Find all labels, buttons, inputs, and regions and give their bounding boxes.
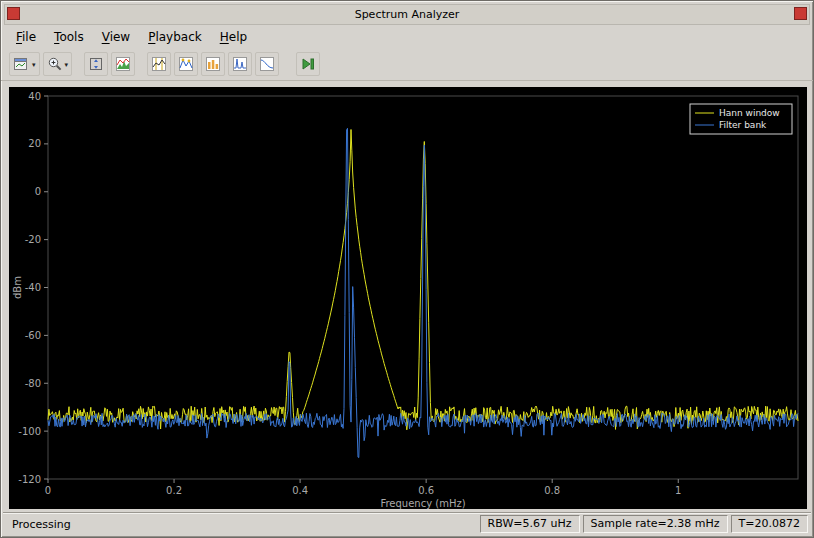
dropdown-caret-icon: ▾ xyxy=(65,61,69,68)
export-scope-icon xyxy=(13,56,30,72)
spectrum-settings-icon xyxy=(115,56,131,72)
window-menu-button[interactable] xyxy=(7,7,20,20)
menu-tools[interactable]: Tools xyxy=(45,27,93,47)
spectrum-analyzer-window: Spectrum Analyzer FileToolsViewPlaybackH… xyxy=(0,0,814,538)
status-message: Processing xyxy=(6,518,477,531)
peak-finder-icon xyxy=(178,56,194,72)
svg-text:20: 20 xyxy=(28,138,41,149)
channel-measurements-icon xyxy=(205,56,221,72)
menu-view[interactable]: View xyxy=(93,27,139,47)
svg-text:0.4: 0.4 xyxy=(292,485,308,496)
channel-measurements-button[interactable] xyxy=(201,52,225,76)
svg-text:0: 0 xyxy=(35,186,41,197)
distortion-measurements-icon xyxy=(232,56,248,72)
svg-text:40: 40 xyxy=(28,91,41,102)
svg-text:-80: -80 xyxy=(25,378,41,389)
toolbar: ▾ ▾ xyxy=(1,49,813,81)
svg-text:0.2: 0.2 xyxy=(166,485,182,496)
spectrum-plot: 00.20.40.60.8140200-20-40-60-80-100-120F… xyxy=(9,87,807,509)
svg-text:-60: -60 xyxy=(25,330,41,341)
menu-playback[interactable]: Playback xyxy=(139,27,211,47)
svg-text:Frequency (mHz): Frequency (mHz) xyxy=(380,498,465,509)
status-sample-rate: Sample rate=2.38 mHz xyxy=(583,515,728,533)
status-rbw: RBW=5.67 uHz xyxy=(480,515,580,533)
status-bar: Processing RBW=5.67 uHz Sample rate=2.38… xyxy=(3,512,811,535)
cursor-measurements-icon xyxy=(151,56,167,72)
svg-text:0.8: 0.8 xyxy=(544,485,560,496)
close-button[interactable] xyxy=(794,7,807,20)
ccdf-measurements-button[interactable] xyxy=(255,52,279,76)
svg-text:Hann window: Hann window xyxy=(719,108,780,118)
fit-to-view-icon xyxy=(88,56,104,72)
fit-to-view-button[interactable] xyxy=(84,52,108,76)
export-button[interactable]: ▾ xyxy=(9,52,40,76)
svg-text:-20: -20 xyxy=(25,234,41,245)
svg-text:-40: -40 xyxy=(25,282,41,293)
spectrum-settings-button[interactable] xyxy=(111,52,135,76)
ccdf-measurements-icon xyxy=(259,56,275,72)
menu-help[interactable]: Help xyxy=(211,27,256,47)
zoom-in-icon xyxy=(47,56,63,72)
step-forward-button[interactable] xyxy=(296,52,320,76)
svg-text:Filter bank: Filter bank xyxy=(719,120,767,130)
plot-panel[interactable]: 00.20.40.60.8140200-20-40-60-80-100-120F… xyxy=(9,87,807,509)
dropdown-caret-icon: ▾ xyxy=(32,61,36,68)
svg-text:-120: -120 xyxy=(18,474,41,485)
distortion-measurements-button[interactable] xyxy=(228,52,252,76)
svg-text:1: 1 xyxy=(675,485,681,496)
window-title: Spectrum Analyzer xyxy=(355,8,460,21)
step-forward-icon xyxy=(300,56,316,72)
zoom-in-button[interactable]: ▾ xyxy=(43,52,73,76)
svg-text:dBm: dBm xyxy=(12,276,23,299)
title-bar[interactable]: Spectrum Analyzer xyxy=(4,4,810,25)
menu-bar: FileToolsViewPlaybackHelp xyxy=(1,25,813,49)
peak-finder-button[interactable] xyxy=(174,52,198,76)
svg-text:0: 0 xyxy=(45,485,51,496)
cursor-measurements-button[interactable] xyxy=(147,52,171,76)
menu-file[interactable]: File xyxy=(7,27,45,47)
status-time: T=20.0872 xyxy=(731,515,808,533)
svg-text:-100: -100 xyxy=(18,426,41,437)
svg-text:0.6: 0.6 xyxy=(418,485,434,496)
